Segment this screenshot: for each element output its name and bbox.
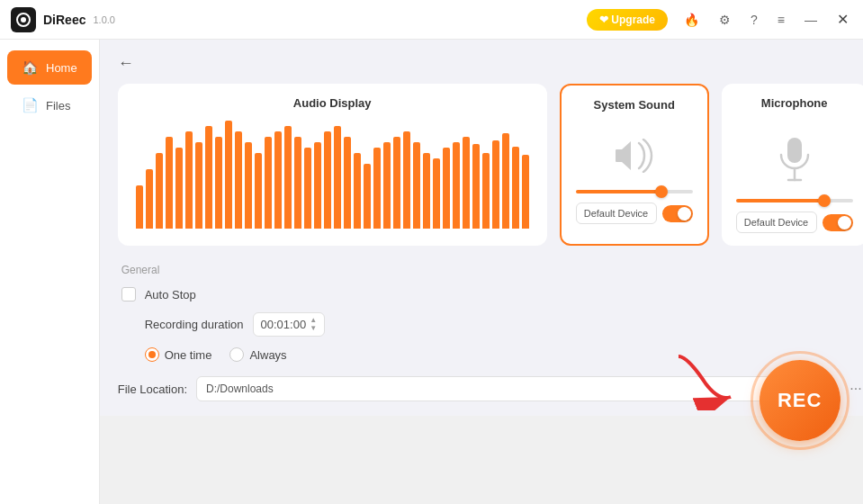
app-version: 1.0.0 — [93, 14, 114, 25]
microphone-toggle[interactable] — [823, 214, 853, 231]
sidebar-home-label: Home — [46, 61, 77, 75]
microphone-device-select[interactable]: Default Device — [736, 212, 817, 233]
eq-bar — [255, 153, 262, 229]
eq-bar — [383, 142, 391, 229]
eq-bar — [472, 144, 480, 229]
system-sound-toggle[interactable] — [662, 205, 693, 222]
file-location-label: File Location: — [118, 382, 187, 396]
app-logo — [11, 7, 36, 32]
eq-bar — [294, 137, 301, 229]
help-icon[interactable]: ? — [747, 11, 761, 29]
eq-bar — [344, 137, 351, 229]
rec-label: REC — [778, 389, 822, 412]
always-radio[interactable] — [229, 347, 244, 362]
system-sound-title: System Sound — [594, 98, 675, 112]
system-sound-toggle-knob — [678, 207, 691, 220]
eq-bar — [225, 121, 232, 229]
rec-ring: REC — [751, 351, 850, 450]
eq-bar — [354, 153, 361, 229]
equalizer — [132, 121, 533, 229]
sidebar-files-label: Files — [46, 99, 70, 112]
sidebar-item-home[interactable]: 🏠 Home — [7, 50, 92, 85]
title-bar-left: DiReec 1.0.0 — [11, 7, 115, 32]
auto-stop-checkbox[interactable] — [121, 287, 136, 302]
eq-bar — [235, 131, 242, 229]
title-bar-right: ❤ Upgrade 🔥 ⚙ ? ≡ — ✕ — [587, 9, 852, 31]
main-content: ← Audio Display System Sound — [100, 40, 863, 416]
eq-bar — [195, 142, 202, 229]
eq-bar — [423, 153, 430, 229]
system-volume-thumb — [655, 185, 668, 198]
eq-bar — [502, 133, 509, 229]
main-layout: 🏠 Home 📄 Files ← Audio Display Sys — [0, 40, 863, 504]
always-option[interactable]: Always — [229, 347, 286, 362]
sidebar-item-files[interactable]: 📄 Files — [7, 88, 92, 122]
system-sound-card: System Sound — [560, 84, 709, 246]
eq-bar — [146, 169, 153, 229]
eq-bar — [304, 148, 311, 229]
always-label: Always — [249, 348, 286, 362]
arrow-container — [670, 347, 742, 414]
general-section-title: General — [121, 264, 863, 276]
mic-volume-track — [736, 199, 853, 202]
duration-up[interactable]: ▲ — [310, 317, 317, 324]
eq-bar — [522, 155, 529, 229]
eq-bar — [512, 147, 519, 229]
microphone-volume-slider[interactable] — [736, 199, 853, 202]
back-button[interactable]: ← — [118, 54, 134, 73]
eq-bar — [393, 137, 400, 229]
rec-button[interactable]: REC — [760, 360, 841, 441]
eq-bar — [136, 185, 143, 229]
menu-icon[interactable]: ≡ — [774, 11, 788, 29]
duration-spinners: ▲ ▼ — [310, 317, 317, 332]
eq-bar — [453, 142, 460, 229]
system-device-select[interactable]: Default Device — [576, 202, 657, 224]
auto-stop-row: Auto Stop — [121, 287, 863, 302]
eq-bar — [274, 131, 282, 229]
rec-area: REC — [751, 351, 850, 450]
microphone-toggle-knob — [838, 216, 851, 230]
eq-bar — [284, 126, 292, 229]
eq-bar — [324, 131, 331, 229]
duration-down[interactable]: ▼ — [310, 325, 317, 332]
duration-input[interactable]: 00:01:00 ▲ ▼ — [253, 312, 326, 337]
eq-bar — [314, 142, 321, 229]
eq-bar — [492, 140, 499, 229]
cards-row: Audio Display System Sound — [118, 84, 863, 246]
app-logo-inner — [16, 13, 31, 27]
one-time-option[interactable]: One time — [145, 347, 212, 362]
one-time-label: One time — [165, 348, 212, 362]
eq-bar — [373, 148, 381, 229]
settings-icon[interactable]: ⚙ — [715, 11, 734, 29]
one-time-radio[interactable] — [145, 347, 159, 362]
close-button[interactable]: ✕ — [833, 9, 852, 30]
upgrade-button[interactable]: ❤ Upgrade — [587, 9, 668, 31]
system-sound-volume-slider[interactable] — [576, 190, 693, 194]
eq-bar — [215, 137, 222, 229]
microphone-bottom: Default Device — [736, 212, 853, 233]
title-bar: DiReec 1.0.0 ❤ Upgrade 🔥 ⚙ ? ≡ — ✕ — [0, 0, 863, 40]
speaker-icon — [615, 139, 654, 181]
home-icon: 🏠 — [22, 59, 39, 76]
files-icon: 📄 — [22, 97, 39, 113]
content-wrapper: ← Audio Display System Sound — [100, 40, 863, 504]
microphone-icon — [779, 137, 810, 190]
flame-icon[interactable]: 🔥 — [680, 11, 703, 29]
eq-bar — [463, 137, 470, 229]
app-name: DiReec — [43, 13, 85, 27]
recording-duration-row: Recording duration 00:01:00 ▲ ▼ — [145, 312, 863, 337]
minimize-button[interactable]: — — [801, 11, 821, 29]
mic-volume-thumb — [818, 194, 831, 207]
eq-bar — [156, 153, 163, 229]
duration-value: 00:01:00 — [261, 318, 307, 331]
general-section: General Auto Stop Recording duration 00:… — [118, 264, 863, 362]
auto-stop-label: Auto Stop — [145, 288, 196, 302]
microphone-card: Microphone — [722, 84, 863, 246]
system-sound-bottom: Default Device — [576, 202, 693, 224]
eq-bar — [403, 131, 410, 229]
eq-bar — [443, 148, 450, 229]
recording-duration-label: Recording duration — [145, 318, 244, 331]
eq-bar — [334, 126, 341, 229]
eq-bar — [166, 137, 173, 229]
arrow-indicator — [670, 347, 742, 410]
